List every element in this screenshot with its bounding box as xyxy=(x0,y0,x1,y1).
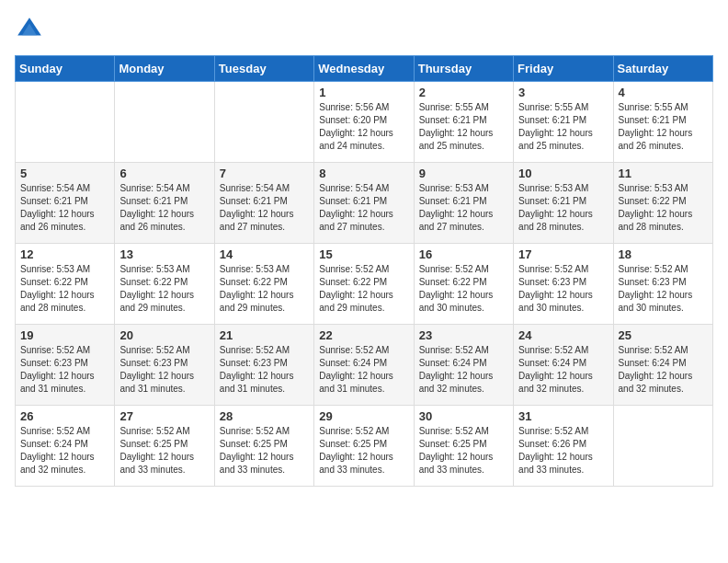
day-cell-20: 20Sunrise: 5:52 AM Sunset: 6:23 PM Dayli… xyxy=(115,325,214,406)
page-header xyxy=(15,15,713,44)
day-cell-9: 9Sunrise: 5:53 AM Sunset: 6:21 PM Daylig… xyxy=(414,163,513,244)
day-info: Sunrise: 5:52 AM Sunset: 6:23 PM Dayligh… xyxy=(119,344,209,396)
empty-cell xyxy=(613,406,712,487)
day-number: 27 xyxy=(119,409,209,423)
day-number: 4 xyxy=(619,86,708,99)
day-info: Sunrise: 5:52 AM Sunset: 6:26 PM Dayligh… xyxy=(518,425,608,477)
day-cell-11: 11Sunrise: 5:53 AM Sunset: 6:22 PM Dayli… xyxy=(613,163,712,244)
day-number: 9 xyxy=(419,167,508,180)
day-cell-12: 12Sunrise: 5:53 AM Sunset: 6:22 PM Dayli… xyxy=(16,244,115,325)
week-row-2: 5Sunrise: 5:54 AM Sunset: 6:21 PM Daylig… xyxy=(16,163,713,244)
day-cell-29: 29Sunrise: 5:52 AM Sunset: 6:25 PM Dayli… xyxy=(314,406,414,487)
day-info: Sunrise: 5:56 AM Sunset: 6:20 PM Dayligh… xyxy=(319,101,408,153)
day-info: Sunrise: 5:52 AM Sunset: 6:23 PM Dayligh… xyxy=(20,344,109,396)
day-number: 31 xyxy=(518,409,608,423)
day-info: Sunrise: 5:54 AM Sunset: 6:21 PM Dayligh… xyxy=(119,182,209,234)
day-info: Sunrise: 5:54 AM Sunset: 6:21 PM Dayligh… xyxy=(20,182,109,234)
day-info: Sunrise: 5:55 AM Sunset: 6:21 PM Dayligh… xyxy=(419,101,508,153)
day-number: 8 xyxy=(319,167,408,180)
day-number: 28 xyxy=(220,409,309,423)
day-info: Sunrise: 5:55 AM Sunset: 6:21 PM Dayligh… xyxy=(518,101,608,153)
day-info: Sunrise: 5:52 AM Sunset: 6:25 PM Dayligh… xyxy=(119,425,209,477)
day-header-tuesday: Tuesday xyxy=(214,56,313,82)
day-info: Sunrise: 5:52 AM Sunset: 6:23 PM Dayligh… xyxy=(518,263,608,315)
day-number: 17 xyxy=(518,247,608,261)
day-number: 22 xyxy=(319,328,408,342)
day-number: 14 xyxy=(220,247,309,261)
day-cell-4: 4Sunrise: 5:55 AM Sunset: 6:21 PM Daylig… xyxy=(613,82,712,163)
day-info: Sunrise: 5:52 AM Sunset: 6:24 PM Dayligh… xyxy=(619,344,708,396)
day-header-friday: Friday xyxy=(514,56,613,82)
day-number: 24 xyxy=(518,328,608,342)
day-info: Sunrise: 5:52 AM Sunset: 6:24 PM Dayligh… xyxy=(419,344,508,396)
day-info: Sunrise: 5:52 AM Sunset: 6:24 PM Dayligh… xyxy=(518,344,608,396)
day-cell-23: 23Sunrise: 5:52 AM Sunset: 6:24 PM Dayli… xyxy=(414,325,513,406)
day-header-sunday: Sunday xyxy=(16,56,115,82)
days-header-row: SundayMondayTuesdayWednesdayThursdayFrid… xyxy=(16,56,713,82)
day-number: 16 xyxy=(419,247,508,261)
day-info: Sunrise: 5:52 AM Sunset: 6:23 PM Dayligh… xyxy=(619,263,708,315)
day-number: 20 xyxy=(119,328,209,342)
logo xyxy=(15,15,48,44)
day-number: 11 xyxy=(619,167,708,180)
day-number: 10 xyxy=(518,167,608,180)
day-cell-1: 1Sunrise: 5:56 AM Sunset: 6:20 PM Daylig… xyxy=(314,82,414,163)
day-cell-21: 21Sunrise: 5:52 AM Sunset: 6:23 PM Dayli… xyxy=(214,325,313,406)
day-info: Sunrise: 5:52 AM Sunset: 6:22 PM Dayligh… xyxy=(319,263,408,315)
day-info: Sunrise: 5:54 AM Sunset: 6:21 PM Dayligh… xyxy=(319,182,408,234)
day-cell-28: 28Sunrise: 5:52 AM Sunset: 6:25 PM Dayli… xyxy=(214,406,313,487)
empty-cell xyxy=(214,82,313,163)
day-cell-19: 19Sunrise: 5:52 AM Sunset: 6:23 PM Dayli… xyxy=(16,325,115,406)
day-number: 15 xyxy=(319,247,408,261)
day-info: Sunrise: 5:52 AM Sunset: 6:25 PM Dayligh… xyxy=(319,425,408,477)
day-number: 2 xyxy=(419,86,508,99)
day-cell-8: 8Sunrise: 5:54 AM Sunset: 6:21 PM Daylig… xyxy=(314,163,414,244)
day-cell-6: 6Sunrise: 5:54 AM Sunset: 6:21 PM Daylig… xyxy=(115,163,214,244)
week-row-3: 12Sunrise: 5:53 AM Sunset: 6:22 PM Dayli… xyxy=(16,244,713,325)
day-info: Sunrise: 5:52 AM Sunset: 6:24 PM Dayligh… xyxy=(20,425,109,477)
day-info: Sunrise: 5:53 AM Sunset: 6:22 PM Dayligh… xyxy=(220,263,309,315)
day-number: 26 xyxy=(20,409,109,423)
day-header-monday: Monday xyxy=(115,56,214,82)
day-number: 23 xyxy=(419,328,508,342)
day-info: Sunrise: 5:52 AM Sunset: 6:22 PM Dayligh… xyxy=(419,263,508,315)
day-cell-22: 22Sunrise: 5:52 AM Sunset: 6:24 PM Dayli… xyxy=(314,325,414,406)
day-cell-13: 13Sunrise: 5:53 AM Sunset: 6:22 PM Dayli… xyxy=(115,244,214,325)
empty-cell xyxy=(115,82,214,163)
day-info: Sunrise: 5:53 AM Sunset: 6:21 PM Dayligh… xyxy=(419,182,508,234)
week-row-1: 1Sunrise: 5:56 AM Sunset: 6:20 PM Daylig… xyxy=(16,82,713,163)
day-info: Sunrise: 5:53 AM Sunset: 6:21 PM Dayligh… xyxy=(518,182,608,234)
day-number: 1 xyxy=(319,86,408,99)
day-cell-15: 15Sunrise: 5:52 AM Sunset: 6:22 PM Dayli… xyxy=(314,244,414,325)
day-number: 6 xyxy=(119,167,209,180)
day-cell-16: 16Sunrise: 5:52 AM Sunset: 6:22 PM Dayli… xyxy=(414,244,513,325)
day-info: Sunrise: 5:55 AM Sunset: 6:21 PM Dayligh… xyxy=(619,101,708,153)
day-info: Sunrise: 5:52 AM Sunset: 6:24 PM Dayligh… xyxy=(319,344,408,396)
week-row-4: 19Sunrise: 5:52 AM Sunset: 6:23 PM Dayli… xyxy=(16,325,713,406)
day-number: 29 xyxy=(319,409,408,423)
day-header-thursday: Thursday xyxy=(414,56,513,82)
day-cell-14: 14Sunrise: 5:53 AM Sunset: 6:22 PM Dayli… xyxy=(214,244,313,325)
day-info: Sunrise: 5:52 AM Sunset: 6:25 PM Dayligh… xyxy=(220,425,309,477)
day-cell-24: 24Sunrise: 5:52 AM Sunset: 6:24 PM Dayli… xyxy=(514,325,613,406)
day-number: 18 xyxy=(619,247,708,261)
day-number: 13 xyxy=(119,247,209,261)
calendar-table: SundayMondayTuesdayWednesdayThursdayFrid… xyxy=(15,55,713,487)
day-number: 21 xyxy=(220,328,309,342)
empty-cell xyxy=(16,82,115,163)
week-row-5: 26Sunrise: 5:52 AM Sunset: 6:24 PM Dayli… xyxy=(16,406,713,487)
day-info: Sunrise: 5:53 AM Sunset: 6:22 PM Dayligh… xyxy=(119,263,209,315)
day-cell-3: 3Sunrise: 5:55 AM Sunset: 6:21 PM Daylig… xyxy=(514,82,613,163)
day-cell-26: 26Sunrise: 5:52 AM Sunset: 6:24 PM Dayli… xyxy=(16,406,115,487)
day-header-wednesday: Wednesday xyxy=(314,56,414,82)
day-cell-17: 17Sunrise: 5:52 AM Sunset: 6:23 PM Dayli… xyxy=(514,244,613,325)
day-cell-31: 31Sunrise: 5:52 AM Sunset: 6:26 PM Dayli… xyxy=(514,406,613,487)
day-number: 30 xyxy=(419,409,508,423)
day-cell-25: 25Sunrise: 5:52 AM Sunset: 6:24 PM Dayli… xyxy=(613,325,712,406)
day-number: 7 xyxy=(220,167,309,180)
day-cell-10: 10Sunrise: 5:53 AM Sunset: 6:21 PM Dayli… xyxy=(514,163,613,244)
day-info: Sunrise: 5:52 AM Sunset: 6:23 PM Dayligh… xyxy=(220,344,309,396)
day-cell-18: 18Sunrise: 5:52 AM Sunset: 6:23 PM Dayli… xyxy=(613,244,712,325)
day-info: Sunrise: 5:53 AM Sunset: 6:22 PM Dayligh… xyxy=(619,182,708,234)
day-number: 12 xyxy=(20,247,109,261)
